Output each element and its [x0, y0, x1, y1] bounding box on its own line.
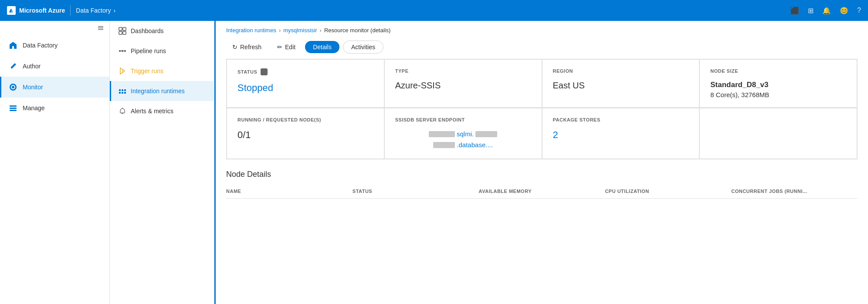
- svg-rect-2: [98, 29, 103, 30]
- svg-point-14: [122, 50, 123, 52]
- svg-rect-11: [119, 31, 122, 34]
- cards-row-2: RUNNING / REQUESTED NODE(S) 0/1 SSISDB S…: [226, 108, 858, 159]
- account-icon[interactable]: 😊: [840, 7, 848, 15]
- card-running-nodes-value: 0/1: [237, 129, 373, 141]
- card-region-label: REGION: [553, 68, 689, 74]
- main-layout: Data Factory Author: [0, 21, 868, 304]
- edit-button[interactable]: ✏ Edit: [271, 41, 302, 53]
- secondary-sidebar-pipeline-runs-label: Pipeline runs: [131, 47, 166, 54]
- card-running-nodes: RUNNING / REQUESTED NODE(S) 0/1: [227, 108, 384, 159]
- svg-rect-8: [10, 110, 17, 111]
- node-details-title: Node Details: [226, 170, 858, 179]
- sidebar-navigation: Data Factory Author: [0, 35, 109, 304]
- card-status-label: STATUS: [237, 68, 373, 75]
- card-type-label: TYPE: [395, 68, 531, 74]
- svg-rect-6: [10, 105, 17, 107]
- azure-logo-text: Microsoft Azure: [19, 7, 65, 14]
- redacted-block-2: [475, 131, 497, 137]
- breadcrumb-sep-1: ›: [279, 27, 281, 34]
- secondary-sidebar-item-alerts-metrics[interactable]: Alerts & metrics: [110, 101, 214, 121]
- secondary-sidebar-item-dashboards[interactable]: Dashboards: [110, 21, 214, 41]
- svg-rect-24: [119, 92, 121, 94]
- collapse-icon: [97, 24, 104, 31]
- cards-row-1: STATUS Stopped TYPE Azure-SSIS REGION Ea…: [226, 59, 858, 108]
- card-running-nodes-label: RUNNING / REQUESTED NODE(S): [237, 117, 373, 122]
- edit-icon: ✏: [277, 44, 282, 51]
- svg-point-5: [12, 86, 14, 88]
- node-table-header: NAME STATUS AVAILABLE MEMORY CPU UTILIZA…: [226, 184, 858, 199]
- svg-point-13: [119, 50, 121, 52]
- svg-rect-7: [10, 108, 17, 109]
- svg-point-15: [124, 50, 126, 52]
- author-icon: [9, 62, 17, 71]
- top-bar-icons: ⬛ ⊞ 🔔 😊 ?: [790, 7, 861, 15]
- top-bar-divider: [70, 5, 71, 16]
- svg-point-20: [122, 71, 123, 72]
- card-region-value: East US: [553, 81, 689, 91]
- secondary-sidebar-item-integration-runtimes[interactable]: Integration runtimes: [110, 81, 214, 101]
- secondary-sidebar-item-pipeline-runs[interactable]: Pipeline runs: [110, 41, 214, 61]
- card-package-stores-label: PACKAGE STORES: [553, 117, 689, 122]
- sidebar-item-manage[interactable]: Manage: [0, 98, 109, 118]
- svg-rect-12: [123, 31, 126, 34]
- integration-runtimes-icon: [119, 87, 126, 95]
- refresh-button[interactable]: ↻ Refresh: [226, 41, 268, 53]
- card-node-size-value: Standard_D8_v3 8 Core(s), 32768MB: [710, 81, 846, 98]
- tab-details[interactable]: Details: [305, 41, 339, 53]
- database-text: .database....: [457, 140, 493, 150]
- card-ssisdb-endpoint-value: sqlmi. .database....: [395, 129, 531, 150]
- node-size-line2: 8 Core(s), 32768MB: [710, 91, 846, 98]
- card-type: TYPE Azure-SSIS: [384, 59, 542, 108]
- node-col-cpu: CPU UTILIZATION: [605, 189, 731, 194]
- breadcrumb-integration-runtimes[interactable]: Integration runtimes: [226, 27, 276, 34]
- secondary-sidebar-trigger-runs-label: Trigger runs: [131, 68, 163, 74]
- sidebar-item-author-label: Author: [23, 63, 41, 70]
- breadcrumb-mysqlmissisir[interactable]: mysqlmissisir: [283, 27, 317, 34]
- manage-icon: [9, 104, 17, 112]
- trigger-icon: [119, 67, 126, 75]
- top-bar-chevron: ›: [113, 7, 115, 14]
- node-col-name: NAME: [226, 189, 353, 194]
- sidebar-collapse-button[interactable]: [0, 21, 109, 35]
- node-size-line1: Standard_D8_v3: [710, 81, 846, 89]
- svg-rect-21: [119, 89, 121, 91]
- redacted-block-1: [429, 131, 455, 137]
- redacted-block-3: [433, 142, 455, 148]
- help-icon[interactable]: ?: [857, 7, 861, 14]
- breadcrumb: Integration runtimes › mysqlmissisir › R…: [216, 21, 868, 37]
- svg-rect-0: [98, 26, 103, 27]
- portal-menu-icon[interactable]: ⊞: [808, 7, 814, 15]
- toolbar: ↻ Refresh ✏ Edit Details Activities: [216, 37, 868, 59]
- card-status: STATUS Stopped: [227, 59, 384, 108]
- azure-logo-icon: [7, 6, 16, 15]
- breadcrumb-sep-2: ›: [320, 27, 322, 34]
- top-bar: Microsoft Azure Data Factory › ⬛ ⊞ 🔔 😊 ?: [0, 0, 868, 21]
- node-details-section: Node Details NAME STATUS AVAILABLE MEMOR…: [226, 170, 858, 199]
- cloud-shell-icon[interactable]: ⬛: [790, 7, 799, 15]
- home-icon: [9, 41, 17, 50]
- left-sidebar: Data Factory Author: [0, 21, 110, 304]
- card-node-size: NODE SIZE Standard_D8_v3 8 Core(s), 3276…: [699, 59, 857, 108]
- breadcrumb-resource-monitor: Resource monitor (details): [324, 27, 390, 34]
- card-status-value: Stopped: [237, 82, 373, 94]
- edit-label: Edit: [285, 44, 295, 51]
- azure-logo: Microsoft Azure: [7, 6, 65, 15]
- notification-icon[interactable]: 🔔: [822, 7, 831, 15]
- status-stop-icon: [261, 68, 268, 75]
- node-col-memory: AVAILABLE MEMORY: [479, 189, 605, 194]
- secondary-sidebar-integration-runtimes-label: Integration runtimes: [131, 88, 185, 95]
- sidebar-item-monitor[interactable]: Monitor: [0, 77, 109, 98]
- sidebar-item-author[interactable]: Author: [0, 56, 109, 77]
- svg-rect-9: [119, 27, 122, 30]
- secondary-sidebar: Dashboards Pipeline runs: [110, 21, 214, 304]
- sidebar-item-monitor-label: Monitor: [23, 84, 43, 91]
- pipeline-icon: [119, 47, 126, 55]
- secondary-sidebar-item-trigger-runs[interactable]: Trigger runs: [110, 61, 214, 81]
- monitor-icon: [9, 83, 17, 91]
- bell-icon: [119, 107, 126, 115]
- node-col-status: STATUS: [353, 189, 479, 194]
- node-col-concurrent-jobs: CONCURRENT JOBS (RUNNI...: [731, 189, 858, 194]
- tab-activities[interactable]: Activities: [343, 41, 383, 54]
- card-empty: [699, 108, 857, 159]
- sidebar-item-data-factory[interactable]: Data Factory: [0, 35, 109, 56]
